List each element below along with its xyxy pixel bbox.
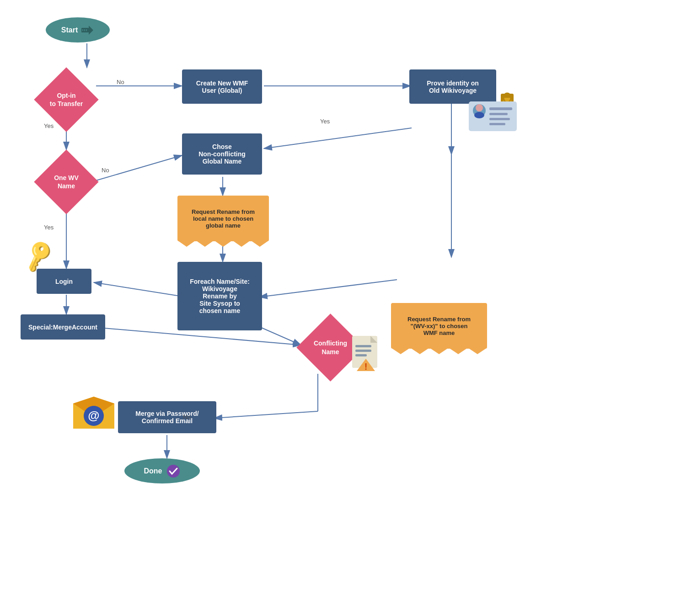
foreach-name-label: Foreach Name/Site:WikivoyageRename bySit… <box>190 278 250 314</box>
arrow-label-yes1: Yes <box>44 122 54 129</box>
request-rename-wv-node: Request Rename from"(WV-xx)" to chosenWM… <box>391 303 487 349</box>
svg-rect-41 <box>355 354 367 356</box>
start-label: Start <box>61 26 78 34</box>
done-check-icon <box>166 464 181 478</box>
svg-line-11 <box>94 282 177 296</box>
arrow-label-yes3: Yes <box>44 224 54 231</box>
svg-rect-34 <box>489 113 508 115</box>
svg-text:!: ! <box>364 361 368 372</box>
login-label: Login <box>55 278 73 285</box>
svg-point-32 <box>474 112 484 118</box>
svg-line-14 <box>264 128 412 149</box>
svg-rect-40 <box>355 350 371 352</box>
request-rename-local-label: Request Rename fromlocal name to choseng… <box>192 208 255 229</box>
login-node: Login <box>37 269 91 294</box>
id-card-icon <box>466 91 521 134</box>
svg-text:@: @ <box>88 409 99 422</box>
svg-rect-39 <box>355 345 371 347</box>
arrows-layer <box>0 0 686 616</box>
foreach-name-node: Foreach Name/Site:WikivoyageRename bySit… <box>177 262 262 330</box>
svg-line-16 <box>259 327 301 345</box>
arrow-label-yes2: Yes <box>320 118 330 125</box>
done-node: Done <box>124 458 200 483</box>
doc-warning-icon: ! <box>350 334 382 377</box>
email-icon: @ <box>71 392 117 430</box>
opt-in-label: Opt-into Transfer <box>50 91 83 108</box>
svg-marker-22 <box>89 26 93 35</box>
svg-line-15 <box>259 280 397 297</box>
opt-in-node: Opt-into Transfer <box>34 68 98 132</box>
create-new-node: Create New WMFUser (Global) <box>182 69 262 104</box>
svg-point-48 <box>167 465 180 478</box>
svg-rect-36 <box>489 123 505 125</box>
one-wv-node: One WVName <box>34 150 98 214</box>
svg-line-17 <box>104 328 301 345</box>
start-node: Start <box>46 17 110 42</box>
request-rename-local-node: Request Rename fromlocal name to choseng… <box>177 196 269 241</box>
conflicting-label: ConflictingName <box>314 339 347 356</box>
request-rename-wv-label: Request Rename from"(WV-xx)" to chosenWM… <box>407 316 471 336</box>
create-new-label: Create New WMFUser (Global) <box>196 80 248 94</box>
svg-rect-33 <box>489 107 512 110</box>
merge-account-label: Special:MergeAccount <box>28 324 97 331</box>
done-label: Done <box>144 467 162 475</box>
arrow-label-no1: No <box>117 79 124 85</box>
arrow-label-no2: No <box>102 167 109 174</box>
chose-name-node: ChoseNon-conflictingGlobal Name <box>182 133 262 175</box>
merge-email-node: Merge via Password/Confirmed Email <box>118 401 216 433</box>
start-arrow-icon <box>80 23 94 37</box>
flowchart-diagram: Start Opt-into Transfer One WVName Creat… <box>0 0 686 616</box>
svg-point-31 <box>476 104 483 112</box>
one-wv-label: One WVName <box>54 174 79 190</box>
arrow-label-no3: No <box>183 414 191 420</box>
svg-line-19 <box>214 411 318 418</box>
svg-rect-35 <box>489 118 510 120</box>
merge-account-node: Special:MergeAccount <box>21 314 105 340</box>
chose-name-label: ChoseNon-conflictingGlobal Name <box>198 143 246 165</box>
